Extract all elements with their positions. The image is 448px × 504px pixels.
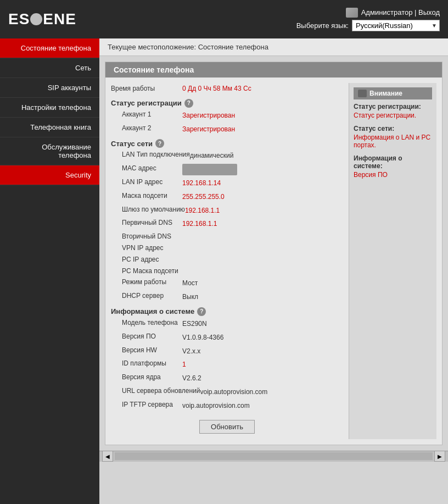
logo-circle <box>30 13 42 25</box>
system-info-label: Информация о системе <box>111 307 194 315</box>
pc-ip-label: PC IP адрес <box>111 255 182 264</box>
right-panel-reg-section: Статус регистрации: Статус регистрации. <box>354 103 432 119</box>
secondary-dns-label: Вторичный DNS <box>111 232 182 241</box>
hw-version-row: Версия HW V2.x.x <box>111 346 343 357</box>
sidebar-item-phone-service[interactable]: Обслуживание телефона <box>0 137 99 165</box>
pc-ip-row: PC IP адрес <box>111 255 343 264</box>
primary-dns-value: 192.168.1.1 <box>182 218 217 230</box>
sidebar-item-sip-accounts[interactable]: SIP аккаунты <box>0 78 99 98</box>
sidebar-item-security[interactable]: Security <box>0 165 99 185</box>
reg-status-section: Статус регистрации ? <box>111 99 343 108</box>
lang-label: Выберите язык: <box>296 21 349 30</box>
refresh-button[interactable]: Обновить <box>199 420 255 434</box>
reg-status-help-icon[interactable]: ? <box>184 99 193 108</box>
panel-header: Состояние телефона <box>105 62 442 77</box>
logo-text: ES <box>8 10 30 28</box>
uptime-value: 0 Дд 0 Чч 58 Мм 43 Сс <box>182 83 251 95</box>
sidebar-item-network[interactable]: Сеть <box>0 58 99 78</box>
logo: ES ENE <box>8 10 76 28</box>
system-info-help-icon[interactable]: ? <box>197 307 206 316</box>
phone-model-label: Модель телефона <box>111 318 182 328</box>
vpn-ip-row: VPN IP адрес <box>111 243 343 253</box>
right-panel-net-link[interactable]: Информация о LAN и PC портах. <box>354 134 432 149</box>
content-panel: Состояние телефона Время работы 0 Дд 0 Ч… <box>105 62 443 445</box>
account2-label: Аккаунт 2 <box>111 124 182 133</box>
account1-row: Аккаунт 1 Зарегистрирован <box>111 110 343 121</box>
scroll-left-button[interactable]: ◀ <box>102 451 113 462</box>
info-table: Время работы 0 Дд 0 Чч 58 Мм 43 Сс Стату… <box>111 83 343 439</box>
platform-id-row: ID платформы 1 <box>111 359 343 370</box>
platform-id-value: 1 <box>182 359 186 370</box>
subnet-label: Маска подсети <box>111 191 182 201</box>
lang-select[interactable]: Русский(Russian) <box>352 20 440 31</box>
user-label: Администратор | Выход <box>361 8 440 16</box>
lang-row: Выберите язык: Русский(Russian) <box>296 20 440 31</box>
right-panel-net-section: Статус сети: Информация о LAN и PC порта… <box>354 125 432 149</box>
dhcp-label: DHCP сервер <box>111 291 182 301</box>
dhcp-value: Выкл <box>182 291 198 303</box>
fw-version-value: V1.0.9.8-4366 <box>182 332 223 344</box>
gateway-row: Шлюз по умолчанию 192.168.1.1 <box>111 205 343 217</box>
tftp-label: IP TFTP сервера <box>111 400 182 409</box>
gateway-label: Шлюз по умолчанию <box>111 205 185 214</box>
uptime-label: Время работы <box>111 83 182 95</box>
lan-type-value: динамический <box>190 150 234 162</box>
horizontal-scrollbar[interactable]: ◀ ▶ <box>99 451 448 462</box>
kernel-version-value: V2.6.2 <box>182 373 201 384</box>
kernel-version-row: Версия ядра V2.6.2 <box>111 373 343 384</box>
right-panel-net-title: Статус сети: <box>354 125 432 132</box>
top-right: Администратор | Выход Выберите язык: Рус… <box>296 8 440 31</box>
account2-row: Аккаунт 2 Зарегистрирован <box>111 124 343 135</box>
work-mode-value: Мост <box>182 278 198 289</box>
scroll-right-button[interactable]: ▶ <box>434 451 445 462</box>
platform-id-label: ID платформы <box>111 359 182 368</box>
scroll-track[interactable] <box>115 452 433 460</box>
logo-text2: ENE <box>43 10 76 28</box>
primary-dns-row: Первичный DNS 192.168.1.1 <box>111 218 343 230</box>
main-layout: Состояние телефона Сеть SIP аккаунты Нас… <box>0 38 448 504</box>
primary-dns-label: Первичный DNS <box>111 218 182 228</box>
phone-model-row: Модель телефона ES290N <box>111 318 343 330</box>
breadcrumb: Текущее местоположение: Состояние телефо… <box>99 38 448 56</box>
fw-version-row: Версия ПО V1.0.9.8-4366 <box>111 332 343 344</box>
lang-select-wrapper[interactable]: Русский(Russian) <box>352 20 440 31</box>
gateway-value: 192.168.1.1 <box>185 205 220 217</box>
provision-url-label: URL сервера обновлений <box>111 386 200 396</box>
user-avatar-icon <box>346 8 358 18</box>
work-mode-label: Режим работы <box>111 278 182 287</box>
right-panel-title: Внимание <box>354 87 432 99</box>
pc-subnet-row: PC Маска подсети <box>111 267 343 276</box>
mac-label: МАС адрес <box>111 164 182 173</box>
lan-ip-row: LAN IP адрес 192.168.1.14 <box>111 178 343 189</box>
right-panel-title-text: Внимание <box>369 90 402 97</box>
mac-row: МАС адрес <box>111 164 343 175</box>
phone-model-value: ES290N <box>182 318 207 330</box>
network-status-section: Статус сети ? <box>111 139 343 148</box>
right-panel-reg-link[interactable]: Статус регистрации. <box>354 112 432 119</box>
fw-version-label: Версия ПО <box>111 332 182 341</box>
sidebar-item-phone-status[interactable]: Состояние телефона <box>0 38 99 58</box>
provision-url-value: voip.autoprovision.com <box>200 386 268 398</box>
network-status-help-icon[interactable]: ? <box>155 139 164 148</box>
right-panel-sys-link[interactable]: Версия ПО <box>354 171 432 179</box>
sidebar-item-phonebook[interactable]: Телефонная книга <box>0 118 99 137</box>
subnet-row: Маска подсети 255.255.255.0 <box>111 191 343 203</box>
right-panel-sys-title: Информация о системе: <box>354 154 432 170</box>
lan-ip-value: 192.168.1.14 <box>182 178 221 189</box>
tftp-value: voip.autoprovision.com <box>182 400 250 412</box>
sidebar-item-phone-settings[interactable]: Настройки телефона <box>0 98 99 118</box>
bottom-bar: Обновить <box>111 414 343 439</box>
panel-body: Время работы 0 Дд 0 Чч 58 Мм 43 Сс Стату… <box>105 77 442 445</box>
right-panel-reg-title: Статус регистрации: <box>354 103 432 110</box>
secondary-dns-row: Вторичный DNS <box>111 232 343 241</box>
vpn-ip-label: VPN IP адрес <box>111 243 182 253</box>
subnet-value: 255.255.255.0 <box>182 191 225 203</box>
reg-status-label: Статус регистрации <box>111 99 182 107</box>
attention-icon <box>358 90 367 97</box>
system-info-section: Информация о системе ? <box>111 307 343 316</box>
mac-value <box>182 164 237 175</box>
provision-url-row: URL сервера обновлений voip.autoprovisio… <box>111 386 343 398</box>
network-status-label: Статус сети <box>111 140 153 148</box>
user-info: Администратор | Выход <box>346 8 440 18</box>
right-panel-sys-section: Информация о системе: Версия ПО <box>354 154 432 179</box>
